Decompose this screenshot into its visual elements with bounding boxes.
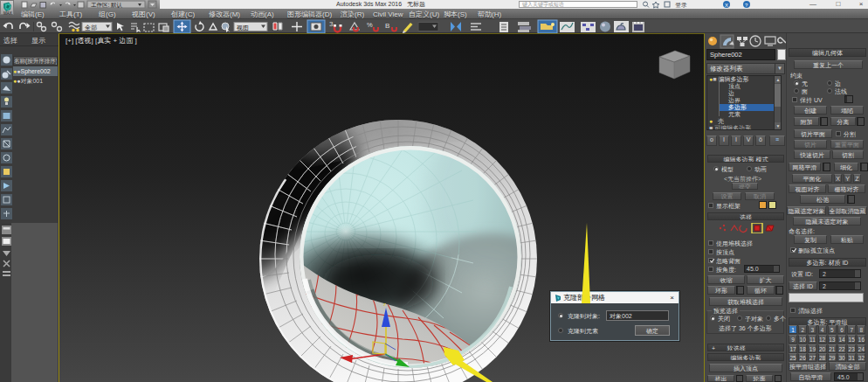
svg-text:视图: 视图: [237, 24, 249, 31]
svg-text:3: 3: [329, 20, 334, 28]
svg-text:X: X: [725, 3, 728, 8]
svg-text:z: z: [383, 302, 386, 307]
svg-text:全部: 全部: [85, 24, 97, 31]
svg-text:B: B: [385, 22, 389, 30]
svg-text:%: %: [367, 21, 373, 29]
svg-text:登录: 登录: [675, 2, 687, 9]
svg-text:工作区: 默认: 工作区: 默认: [91, 2, 123, 9]
svg-text:MAX: MAX: [3, 11, 12, 16]
